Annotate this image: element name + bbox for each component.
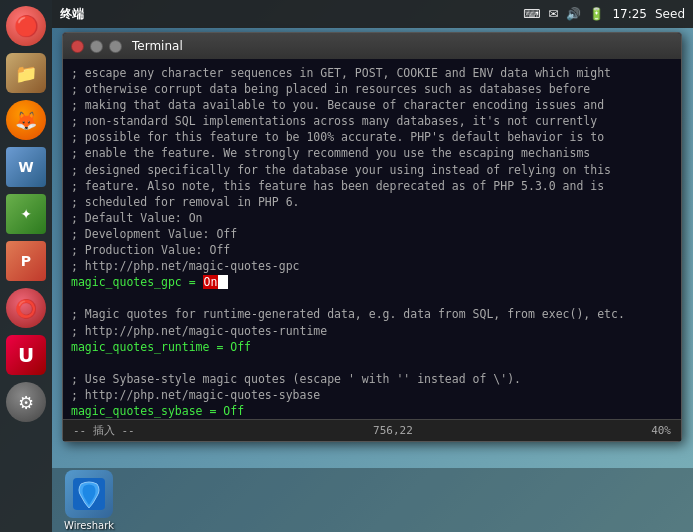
- close-button[interactable]: [71, 40, 84, 53]
- taskbar-item-wireshark[interactable]: Wireshark: [64, 470, 114, 531]
- u-icon: U: [6, 335, 46, 375]
- terminal-titlebar: Terminal: [63, 33, 681, 59]
- clock: 17:25: [612, 7, 647, 21]
- launcher-item-calc[interactable]: ✦: [4, 192, 48, 236]
- line-10: ; Default Value: On: [71, 210, 673, 226]
- runtime-comment-1: ; Magic quotes for runtime-generated dat…: [71, 306, 673, 322]
- launcher-item-gear[interactable]: ⚙: [4, 380, 48, 424]
- wireshark-label: Wireshark: [64, 520, 114, 531]
- firefox-icon: 🦊: [6, 100, 46, 140]
- mqsb-label: magic_quotes_sybase: [71, 404, 203, 418]
- top-panel: 终端 ⌨ ✉ 🔊 🔋 17:25 Seed: [52, 0, 693, 28]
- magic-quotes-sybase-line: magic_quotes_sybase = Off: [71, 403, 673, 419]
- mqrt-val: Off: [230, 340, 251, 354]
- mqgpc-eq: =: [182, 275, 203, 289]
- line-2: ; otherwise corrupt data being placed in…: [71, 81, 673, 97]
- magic-quotes-runtime-line: magic_quotes_runtime = Off: [71, 339, 673, 355]
- mqrt-eq: =: [209, 340, 230, 354]
- wireshark-icon: [65, 470, 113, 518]
- keyboard-icon[interactable]: ⌨: [523, 7, 540, 21]
- audio-icon[interactable]: 🔊: [566, 7, 581, 21]
- launcher-item-files[interactable]: 📁: [4, 51, 48, 95]
- unity-launcher: 🔴 📁 🦊 W ✦ P ⭕ U ⚙: [0, 0, 52, 532]
- mqgpc-val: On: [203, 275, 219, 289]
- line-8: ; feature. Also note, this feature has b…: [71, 178, 673, 194]
- mqgpc-label: magic_quotes_gpc: [71, 275, 182, 289]
- ubuntu2-icon: ⭕: [6, 288, 46, 328]
- line-4: ; non-standard SQL implementations acros…: [71, 113, 673, 129]
- line-1: ; escape any character sequences in GET,…: [71, 65, 673, 81]
- line-11: ; Development Value: Off: [71, 226, 673, 242]
- desktop: 🔴 📁 🦊 W ✦ P ⭕ U ⚙ 终端 ⌨ ✉ 🔊: [0, 0, 693, 532]
- mqrt-label: magic_quotes_runtime: [71, 340, 209, 354]
- line-7: ; designed specifically for the database…: [71, 162, 673, 178]
- blank-1: [71, 290, 673, 306]
- line-12: ; Production Value: Off: [71, 242, 673, 258]
- scroll-percent: 40%: [651, 424, 671, 437]
- user-name[interactable]: Seed: [655, 7, 685, 21]
- launcher-item-firefox[interactable]: 🦊: [4, 98, 48, 142]
- battery-icon[interactable]: 🔋: [589, 7, 604, 21]
- line-9: ; scheduled for removal in PHP 6.: [71, 194, 673, 210]
- line-13: ; http://php.net/magic-quotes-gpc: [71, 258, 673, 274]
- taskbar: Wireshark: [52, 468, 693, 532]
- calc-icon: ✦: [6, 194, 46, 234]
- blank-2: [71, 355, 673, 371]
- terminal-body[interactable]: ; escape any character sequences in GET,…: [63, 59, 681, 419]
- line-5: ; possible for this feature to be 100% a…: [71, 129, 673, 145]
- runtime-comment-2: ; http://php.net/magic-quotes-runtime: [71, 323, 673, 339]
- gear-icon: ⚙: [6, 382, 46, 422]
- mqsb-val: Off: [223, 404, 244, 418]
- sybase-comment-2: ; http://php.net/magic-quotes-sybase: [71, 387, 673, 403]
- panel-app-name: 终端: [60, 6, 84, 23]
- sybase-comment-1: ; Use Sybase-style magic quotes (escape …: [71, 371, 673, 387]
- panel-right-icons: ⌨ ✉ 🔊 🔋 17:25 Seed: [523, 7, 685, 21]
- maximize-button[interactable]: [109, 40, 122, 53]
- cursor-position: 756,22: [373, 424, 413, 437]
- mqsb-eq: =: [203, 404, 224, 418]
- launcher-item-ubuntu2[interactable]: ⭕: [4, 286, 48, 330]
- launcher-item-ubuntu[interactable]: 🔴: [4, 4, 48, 48]
- status-bar: -- 插入 -- 756,22 40%: [63, 419, 681, 441]
- writer-icon: W: [6, 147, 46, 187]
- ubuntu-logo-icon: 🔴: [6, 6, 46, 46]
- line-3: ; making that data available to you. Bec…: [71, 97, 673, 113]
- line-6: ; enable the feature. We strongly recomm…: [71, 145, 673, 161]
- cursor: [218, 275, 228, 289]
- terminal-title: Terminal: [132, 39, 183, 53]
- mail-icon[interactable]: ✉: [548, 7, 558, 21]
- files-icon: 📁: [6, 53, 46, 93]
- launcher-item-impress[interactable]: P: [4, 239, 48, 283]
- launcher-item-writer[interactable]: W: [4, 145, 48, 189]
- magic-quotes-gpc-line: magic_quotes_gpc = On: [71, 274, 673, 290]
- impress-icon: P: [6, 241, 46, 281]
- launcher-item-u[interactable]: U: [4, 333, 48, 377]
- terminal-window: Terminal ; escape any character sequence…: [62, 32, 682, 442]
- minimize-button[interactable]: [90, 40, 103, 53]
- vim-mode: -- 插入 --: [73, 423, 135, 438]
